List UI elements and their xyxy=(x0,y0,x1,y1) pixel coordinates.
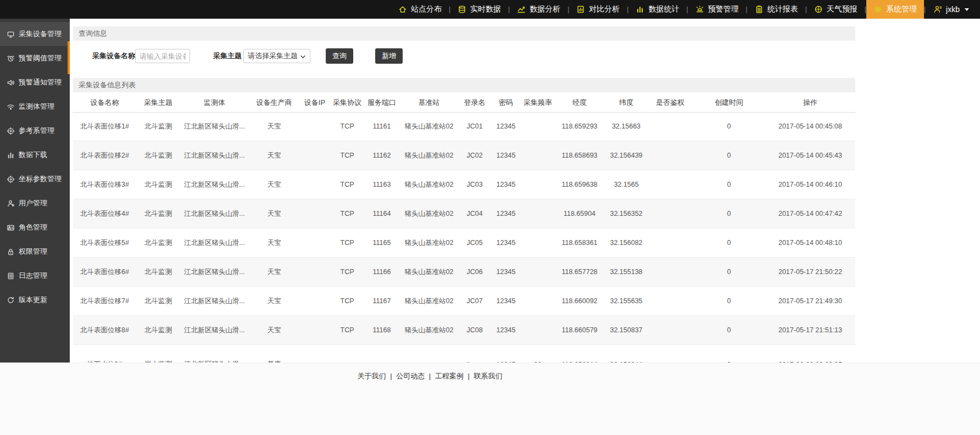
table-row: 北斗表面位移2#北斗监测江北新区猪头山滑...天宝TCP11162猪头山基准站0… xyxy=(73,141,855,170)
nav-item-statistical-reports[interactable]: 统计报表 xyxy=(748,0,805,19)
topic-select[interactable]: 请选择采集主题 xyxy=(243,49,310,63)
table-cell xyxy=(299,199,330,228)
nav-item-data-analysis[interactable]: 数据分析 xyxy=(510,0,567,19)
table-cell xyxy=(521,287,554,316)
table-cell: 32.15663 xyxy=(605,112,648,141)
table-cell: 11165 xyxy=(364,228,399,258)
sidebar-label: 预警阈值管理 xyxy=(19,53,62,63)
sidebar-label: 预警通知管理 xyxy=(19,77,62,87)
table-cell: 32.1565 xyxy=(605,170,648,199)
nav-item-site-distribution[interactable]: 站点分布 xyxy=(391,0,449,19)
nav-item-weather-forecast[interactable]: 天气预报 xyxy=(807,0,865,19)
gear-icon xyxy=(873,5,882,14)
nav-item-alert-management[interactable]: 预警管理 xyxy=(688,0,746,19)
table-cell: 12345 xyxy=(491,287,521,316)
sidebar-item-data-download[interactable]: 数据下载 xyxy=(0,143,70,167)
table-cell: 2017-05-14 00:48:10 xyxy=(765,228,855,258)
nav-item-comparison-analysis[interactable]: 对比分析 xyxy=(569,0,627,19)
sidebar-item-permission-management[interactable]: 权限管理 xyxy=(0,239,70,264)
footer-link[interactable]: 工程案例 xyxy=(435,372,464,380)
table-cell: JC07 xyxy=(459,287,491,316)
table-cell: 江北新区猪头山滑... xyxy=(180,199,249,228)
column-header: 登录名 xyxy=(459,93,491,112)
table-header-row: 设备名称采集主题监测体设备生产商设备IP采集协议服务端口基准站登录名密码采集频率… xyxy=(73,93,855,112)
table-cell: 118.659293 xyxy=(554,112,605,141)
table-cell: 北斗监测 xyxy=(136,112,180,141)
table-cell: 2017-05-14 00:47:42 xyxy=(765,199,855,228)
column-header: 基准站 xyxy=(399,93,459,112)
table-cell xyxy=(648,316,693,345)
table-cell: JC02 xyxy=(459,141,491,170)
compass-icon xyxy=(814,5,823,14)
table-cell: 江北新区猪头山滑... xyxy=(180,258,249,287)
table-cell: 12345 xyxy=(491,112,521,141)
table-cell: 2017-05-14 00:45:43 xyxy=(765,141,855,170)
sidebar-item-alert-threshold[interactable]: 预警阈值管理 xyxy=(0,46,70,70)
sidebar-item-log-management[interactable]: 日志管理 xyxy=(0,264,70,288)
table-cell xyxy=(299,170,330,199)
nav-label: 预警管理 xyxy=(708,4,739,14)
table-cell: 11164 xyxy=(364,199,399,228)
bar-chart-icon xyxy=(636,5,644,14)
table-cell: 天宝 xyxy=(249,112,299,141)
sidebar-item-device-management[interactable]: 采集设备管理 xyxy=(0,22,70,46)
nav-item-data-statistics[interactable]: 数据统计 xyxy=(628,0,686,19)
device-name-label: 采集设备名称 xyxy=(92,51,135,61)
top-nav: 站点分布 | 实时数据 | 数据分析 | 对比分析 | 数据统计 | 预警管理 … xyxy=(0,0,980,19)
footer-separator: | xyxy=(466,372,472,380)
table-cell: 118.660579 xyxy=(554,316,605,345)
query-form: 采集设备名称 采集主题 请选择采集主题 查询 新增 xyxy=(92,48,856,64)
table-cell: TCP xyxy=(330,258,364,287)
footer-link[interactable]: 联系我们 xyxy=(474,372,502,380)
sidebar-item-alert-notification[interactable]: 预警通知管理 xyxy=(0,70,70,94)
topic-select-value: 请选择采集主题 xyxy=(248,51,298,61)
table-cell: TCP xyxy=(330,199,364,228)
table-cell: 12345 xyxy=(491,228,521,258)
document-icon xyxy=(7,272,15,280)
sidebar-item-role-management[interactable]: 角色管理 xyxy=(0,215,70,239)
table-cell: 11163 xyxy=(364,170,399,199)
table-cell: 0 xyxy=(693,287,765,316)
table-cell: 11167 xyxy=(364,287,399,316)
column-header: 密码 xyxy=(491,93,521,112)
lock-icon xyxy=(7,248,15,256)
sidebar-item-reference-system[interactable]: 参考系管理 xyxy=(0,119,70,143)
sidebar-item-user-management[interactable]: 用户管理 xyxy=(0,191,70,215)
table-cell: 11161 xyxy=(364,112,399,141)
footer-link[interactable]: 公司动态 xyxy=(396,372,425,380)
nav-label: 系统管理 xyxy=(886,4,917,14)
sidebar-item-coordinate-params[interactable]: 坐标参数管理 xyxy=(0,167,70,191)
sidebar-item-version-update[interactable]: 版本更新 xyxy=(0,288,70,312)
add-button[interactable]: 新增 xyxy=(375,48,403,64)
table-cell: TCP xyxy=(330,228,364,258)
table-cell: 32.150837 xyxy=(605,316,648,345)
search-button[interactable]: 查询 xyxy=(326,48,353,64)
table-cell xyxy=(299,287,330,316)
wifi-icon xyxy=(7,103,15,111)
nav-item-system-management[interactable]: 系统管理 xyxy=(866,0,924,19)
sidebar-label: 用户管理 xyxy=(19,198,47,208)
table-cell: 12345 xyxy=(491,258,521,287)
user-menu[interactable]: jxkb xyxy=(926,5,975,14)
sidebar-item-monitoring-body[interactable]: 监测体管理 xyxy=(0,94,70,119)
table-cell xyxy=(648,170,693,199)
table-cell: TCP xyxy=(330,112,364,141)
table-cell: 11162 xyxy=(364,141,399,170)
table-cell: 北斗监测 xyxy=(136,258,180,287)
table-cell: 江北新区猪头山滑... xyxy=(180,170,249,199)
table-row: 北斗表面位移5#北斗监测江北新区猪头山滑...天宝TCP11165猪头山基准站0… xyxy=(73,228,855,258)
table-cell xyxy=(648,112,693,141)
line-chart-icon xyxy=(517,5,526,14)
table-panel-title: 采集设备信息列表 xyxy=(79,80,136,90)
table-cell: 猪头山基准站02 xyxy=(399,199,459,228)
column-header: 服务端口 xyxy=(364,93,399,112)
nav-label: 统计报表 xyxy=(767,4,798,14)
nav-item-realtime-data[interactable]: 实时数据 xyxy=(450,0,508,19)
column-header: 纬度 xyxy=(605,93,648,112)
device-name-input[interactable] xyxy=(135,49,190,63)
table-row: 北斗表面位移7#北斗监测江北新区猪头山滑...天宝TCP11167猪头山基准站0… xyxy=(73,287,855,316)
footer-link[interactable]: 关于我们 xyxy=(358,372,386,380)
clipboard-icon xyxy=(755,5,764,14)
caret-down-icon xyxy=(965,8,969,11)
nav-label: 对比分析 xyxy=(589,4,620,14)
